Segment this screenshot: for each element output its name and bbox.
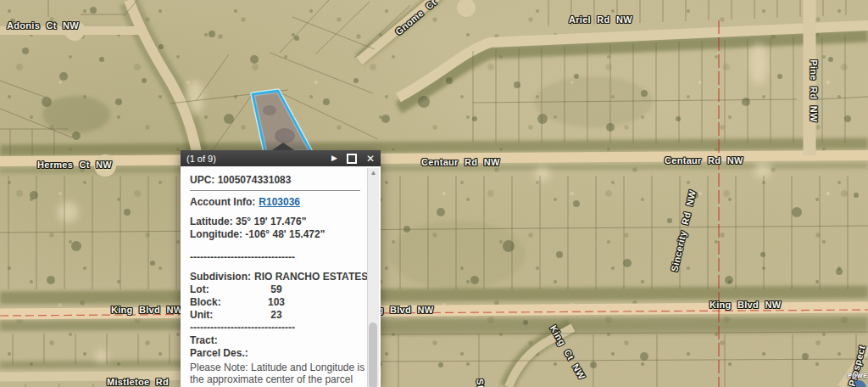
street-label-ariel-rd: Ariel Rd NW [569,14,632,25]
tract-line: Tract: [190,334,360,347]
unit-line: Unit:23 [190,309,360,322]
street-label-king-blvd-left: King Blvd NW [111,305,182,315]
popup-titlebar[interactable]: (1 of 9) ▶ ✕ [181,150,381,166]
popup-controls: ▶ ✕ [331,154,375,164]
separator-dashes-2: ------------------------------- [190,322,360,334]
block-line: Block:103 [190,296,360,309]
popup-scrollbar[interactable]: ▲ [367,168,379,387]
gis-map-viewer: Adonis Ct NW Gnome Ct Ariel Rd NW Pine R… [0,0,868,387]
close-icon[interactable]: ✕ [366,154,375,164]
please-note-text: Please Note: Latitude and Longitude is t… [190,362,370,387]
popup-body: UPC: 1005074331083 Account Info:R103036 … [181,166,381,387]
popup-callout-arrow [272,143,294,150]
map-canvas[interactable]: Adonis Ct NW Gnome Ct Ariel Rd NW Pine R… [0,0,868,387]
street-label-hermes-ct: Hermes Ct NW [37,160,112,170]
street-label-king-blvd-right: King Blvd NW [709,300,781,310]
map-parcel-layer [0,0,868,387]
block-label: Block: [190,296,258,309]
scroll-up-icon[interactable]: ▲ [368,168,379,178]
subdivision-line: Subdivision:RIO RANCHO ESTATES [190,271,360,283]
parcel-des-line: Parcel Des.: [190,347,360,360]
popup-title: (1 of 9) [186,154,331,164]
maximize-icon[interactable] [347,154,357,164]
longitude-line: Longitude: -106° 48' 15.472" [190,228,360,241]
street-label-st-fragment: St [475,379,486,387]
divider-rule [190,190,360,191]
vegetation-bands [0,0,868,387]
latitude-line: Latitude: 35° 19' 17.476" [190,216,360,228]
account-line: Account Info:R103036 [190,196,360,209]
parcel-info-popup: (1 of 9) ▶ ✕ UPC: 1005074331083 Account … [181,150,381,387]
subdivision-label: Subdivision: [190,271,251,283]
street-label-centaur-rd-right: Centaur Rd NW [665,155,743,165]
street-label-adonis-ct: Adonis Ct NW [7,20,79,31]
subdivision-value: RIO RANCHO ESTATES [254,271,368,283]
powered-by-attribution: POWE [848,373,867,379]
account-link[interactable]: R103036 [259,196,300,208]
street-label-centaur-rd-left: Centaur Rd NW [421,157,500,167]
separator-dashes: ------------------------------- [190,251,360,264]
upc-line: UPC: 1005074331083 [190,174,360,187]
unit-label: Unit: [190,309,258,322]
lot-label: Lot: [190,283,258,296]
block-value: 103 [258,296,295,309]
account-label: Account Info: [190,196,255,208]
street-label-mistletoe-rd: Mistletoe Rd [107,377,169,387]
unit-value: 23 [258,309,295,322]
street-label-pine-rd: Pine Rd NW [809,59,819,121]
lot-value: 59 [258,283,295,296]
next-result-icon[interactable]: ▶ [331,154,337,162]
scrollbar-thumb[interactable] [369,322,377,387]
lot-line: Lot:59 [190,283,360,296]
